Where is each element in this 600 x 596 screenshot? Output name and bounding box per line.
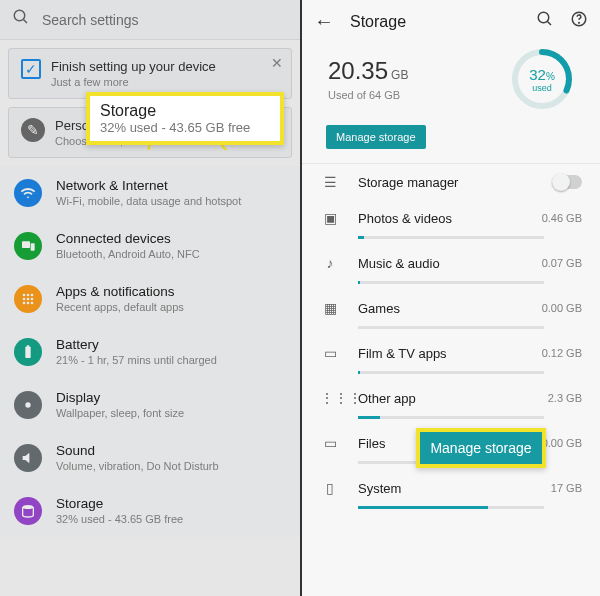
pct-value: 32 <box>529 66 546 83</box>
category-row[interactable]: ♪ Music & audio 0.07 GB <box>302 245 600 281</box>
row-title: Display <box>56 390 184 405</box>
category-label: Other app <box>358 391 548 406</box>
category-row[interactable]: ▭ Film & TV apps 0.12 GB <box>302 335 600 371</box>
callout-title: Storage <box>100 102 270 120</box>
storage-manager-toggle[interactable] <box>552 175 582 189</box>
storage-manager-row[interactable]: ☰ Storage manager <box>302 163 600 200</box>
storage-callout: Storage 32% used - 43.65 GB free <box>86 92 284 145</box>
manage-storage-button[interactable]: Manage storage <box>326 125 426 149</box>
svg-point-16 <box>23 505 34 509</box>
category-icon: ▦ <box>320 300 340 316</box>
settings-panel: ✓ ✕ Finish setting up your device Just a… <box>0 0 300 596</box>
display-icon <box>14 391 42 419</box>
usage-ring: 32%used <box>510 47 574 111</box>
settings-row-battery[interactable]: Battery 21% - 1 hr, 57 mins until charge… <box>0 325 300 378</box>
svg-point-4 <box>23 293 26 296</box>
svg-line-18 <box>547 21 551 25</box>
category-progress <box>358 371 544 374</box>
category-progress <box>358 326 544 329</box>
used-value: 20.35 <box>328 57 388 84</box>
row-title: Apps & notifications <box>56 284 184 299</box>
search-input[interactable] <box>42 12 288 28</box>
category-row[interactable]: ▣ Photos & videos 0.46 GB <box>302 200 600 236</box>
svg-point-9 <box>31 297 34 300</box>
category-label: Photos & videos <box>358 211 542 226</box>
wifi-icon <box>14 179 42 207</box>
svg-point-17 <box>538 12 549 23</box>
settings-row-storage[interactable]: Storage 32% used - 43.65 GB free <box>0 484 300 537</box>
callout-title: Manage storage <box>430 440 532 456</box>
settings-row-display[interactable]: Display Wallpaper, sleep, font size <box>0 378 300 431</box>
category-label: Film & TV apps <box>358 346 542 361</box>
list-icon: ☰ <box>320 174 340 190</box>
pct-unit: % <box>546 71 555 82</box>
category-label: Music & audio <box>358 256 542 271</box>
card-sub: Just a few more <box>21 76 279 88</box>
category-icon: ▯ <box>320 480 340 496</box>
row-title: Network & Internet <box>56 178 241 193</box>
svg-point-7 <box>23 297 26 300</box>
help-icon[interactable] <box>570 10 588 33</box>
svg-rect-13 <box>25 346 30 357</box>
category-icon: ▭ <box>320 345 340 361</box>
pencil-icon: ✎ <box>21 118 45 142</box>
callout-sub: 32% used - 43.65 GB free <box>100 120 270 135</box>
search-icon <box>12 8 30 31</box>
row-sub: 21% - 1 hr, 57 mins until charged <box>56 354 217 366</box>
manage-storage-callout: Manage storage <box>416 428 546 468</box>
row-title: Sound <box>56 443 219 458</box>
category-value: 0.46 GB <box>542 212 582 224</box>
volume-icon <box>14 444 42 472</box>
category-progress <box>358 506 544 509</box>
row-sub: Bluetooth, Android Auto, NFC <box>56 248 200 260</box>
card-title: Finish setting up your device <box>21 59 279 74</box>
row-sub: Volume, vibration, Do Not Disturb <box>56 460 219 472</box>
settings-row-wifi[interactable]: Network & Internet Wi-Fi, mobile, data u… <box>0 166 300 219</box>
row-sub: 32% used - 43.65 GB free <box>56 513 183 525</box>
category-value: 0.07 GB <box>542 257 582 269</box>
svg-rect-2 <box>22 241 30 248</box>
svg-point-0 <box>14 10 25 21</box>
row-title: Storage <box>56 496 183 511</box>
page-title: Storage <box>350 13 520 31</box>
row-sub: Wi-Fi, mobile, data usage and hotspot <box>56 195 241 207</box>
category-label: Games <box>358 301 542 316</box>
category-value: 0.00 GB <box>542 302 582 314</box>
row-title: Connected devices <box>56 231 200 246</box>
svg-point-20 <box>579 22 580 23</box>
row-sub: Recent apps, default apps <box>56 301 184 313</box>
svg-point-10 <box>23 301 26 304</box>
category-progress <box>358 236 544 239</box>
category-value: 0.00 GB <box>542 437 582 449</box>
category-label: System <box>358 481 551 496</box>
settings-row-volume[interactable]: Sound Volume, vibration, Do Not Disturb <box>0 431 300 484</box>
settings-row-devices[interactable]: Connected devices Bluetooth, Android Aut… <box>0 219 300 272</box>
search-bar[interactable] <box>0 0 300 40</box>
svg-point-12 <box>31 301 34 304</box>
storage-panel: ← Storage 20.35GB Used of 64 GB 32%used … <box>302 0 600 596</box>
search-icon[interactable] <box>536 10 554 33</box>
category-value: 2.3 GB <box>548 392 582 404</box>
svg-line-1 <box>23 19 27 23</box>
setup-icon: ✓ <box>21 59 41 79</box>
usage-summary: 20.35GB Used of 64 GB 32%used <box>302 43 600 121</box>
back-icon[interactable]: ← <box>314 10 334 33</box>
svg-rect-14 <box>27 345 30 347</box>
row-title: Battery <box>56 337 217 352</box>
close-icon[interactable]: ✕ <box>271 55 283 71</box>
category-row[interactable]: ▦ Games 0.00 GB <box>302 290 600 326</box>
pct-label: used <box>532 83 552 93</box>
category-icon: ♪ <box>320 255 340 271</box>
svg-point-8 <box>27 297 30 300</box>
used-unit: GB <box>391 68 408 82</box>
settings-row-apps[interactable]: Apps & notifications Recent apps, defaul… <box>0 272 300 325</box>
row-label: Storage manager <box>358 175 552 190</box>
apps-icon <box>14 285 42 313</box>
category-icon: ▣ <box>320 210 340 226</box>
devices-icon <box>14 232 42 260</box>
svg-rect-3 <box>31 243 35 250</box>
category-row[interactable]: ▯ System 17 GB <box>302 470 600 506</box>
svg-point-11 <box>27 301 30 304</box>
category-row[interactable]: ⋮⋮⋮ Other app 2.3 GB <box>302 380 600 416</box>
battery-icon <box>14 338 42 366</box>
